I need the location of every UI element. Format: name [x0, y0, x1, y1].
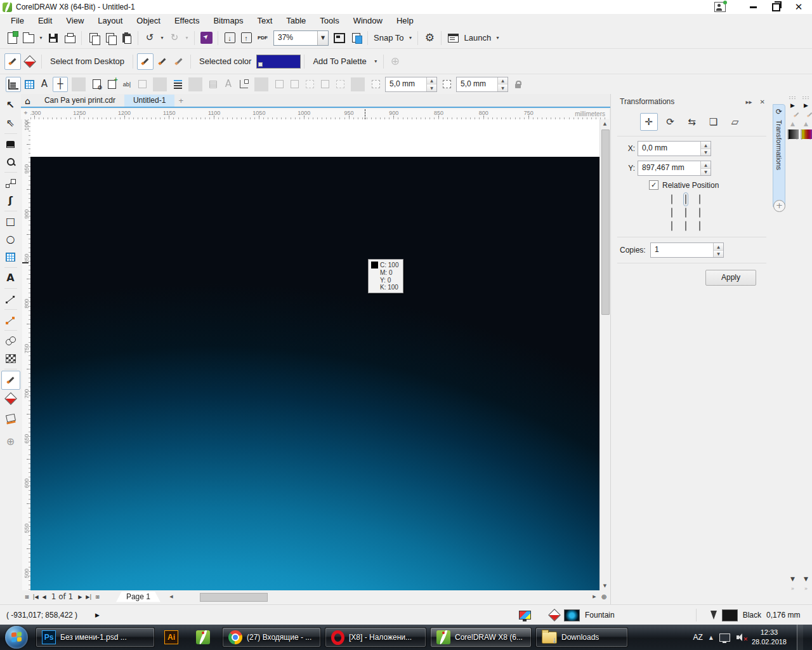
palette-expand-icon[interactable]: » — [791, 583, 795, 593]
clock[interactable]: 12:33 28.02.2018 — [752, 628, 787, 647]
anchor-point[interactable] — [671, 208, 672, 218]
page-settings-icon[interactable] — [89, 77, 103, 91]
copies-field[interactable]: 1 ▲▼ — [650, 242, 724, 258]
graph-paper-tool[interactable] — [2, 248, 20, 266]
freehand-tool[interactable] — [2, 174, 20, 192]
paste-icon[interactable] — [119, 30, 134, 46]
distribute-v-icon[interactable] — [333, 77, 347, 91]
menu-item[interactable]: Tools — [313, 15, 346, 27]
dimension-tool[interactable] — [2, 290, 20, 308]
anchor-point[interactable] — [671, 221, 672, 231]
transparency-tool[interactable] — [2, 350, 20, 368]
view-rulers-icon[interactable] — [6, 77, 21, 92]
offset-h-field[interactable]: 5,0 mm ▲▼ — [385, 77, 437, 92]
anchor-point[interactable] — [671, 194, 672, 204]
align-left-icon[interactable] — [272, 77, 286, 91]
anchor-point[interactable] — [685, 194, 686, 204]
y-spinner[interactable]: ▲▼ — [700, 161, 710, 175]
scroll-up-icon[interactable]: ▲ — [600, 119, 610, 128]
menu-item[interactable]: Table — [279, 15, 313, 27]
vertical-scroll-thumb[interactable] — [601, 129, 610, 315]
rotate-tab[interactable]: ⟳ — [662, 113, 679, 131]
menu-item[interactable]: View — [59, 15, 91, 27]
page-counter[interactable]: 1 of 1 — [49, 592, 75, 601]
launch-caret-icon[interactable]: ▾ — [494, 30, 501, 46]
anchor-point[interactable] — [699, 221, 700, 231]
launch-label[interactable]: Launch — [462, 30, 493, 46]
select-from-desktop-button[interactable]: Select from Desktop — [50, 56, 124, 66]
node-size-icon[interactable] — [237, 77, 251, 91]
align-center-icon[interactable] — [287, 77, 301, 91]
minimize-button[interactable] — [743, 1, 763, 13]
offset-h-spinner[interactable]: ▲▼ — [426, 77, 436, 91]
horizontal-scrollbar[interactable]: ◀ ▶ — [167, 592, 599, 602]
open-folder-icon[interactable] — [21, 30, 36, 46]
fill-swatch[interactable] — [564, 609, 580, 621]
vertical-ruler[interactable]: 1000950900850800750700650600550500 — [22, 119, 31, 590]
blend-tool[interactable] — [2, 332, 20, 350]
interactive-fill-tool[interactable] — [2, 390, 20, 408]
close-button[interactable]: ✕ — [789, 1, 808, 13]
x-position-field[interactable]: 0,0 mm ▲▼ — [638, 141, 711, 156]
horizontal-scroll-thumb[interactable] — [200, 593, 268, 602]
rename-page-icon[interactable]: ab| — [120, 77, 134, 91]
size-tab[interactable]: ❏ — [705, 113, 723, 131]
first-page-icon[interactable]: |◀ — [32, 594, 40, 600]
fill-attributes-icon[interactable] — [22, 54, 37, 69]
text-columns-icon[interactable]: ▤ — [206, 77, 220, 91]
undo-icon[interactable]: ↺ — [142, 30, 157, 46]
restore-button[interactable] — [766, 1, 785, 13]
offset-v-spinner[interactable]: ▲▼ — [497, 77, 508, 91]
taskbar-chrome-button[interactable]: (27) Входящие - ... — [222, 627, 321, 647]
launch-icon[interactable] — [445, 30, 461, 46]
position-tab[interactable]: ✛ — [640, 113, 658, 131]
view-grid-icon[interactable] — [22, 77, 36, 91]
new-document-icon[interactable] — [4, 30, 20, 46]
palette-expand-icon[interactable]: » — [804, 583, 808, 593]
taskbar-illustrator-button[interactable]: Ai — [159, 627, 187, 647]
document-tab[interactable]: Can Pa yeni print.cdr — [36, 95, 124, 107]
add-to-palette-caret-icon[interactable]: ▾ — [372, 54, 379, 69]
align-right-icon[interactable] — [303, 77, 317, 91]
snap-to-label[interactable]: Snap To — [372, 30, 405, 46]
open-caret-icon[interactable]: ▾ — [37, 30, 44, 46]
drawing-canvas[interactable]: C: 100 M: 0 Y: 0 K: 100 — [30, 119, 599, 590]
docker-collapse-icon[interactable]: ▸▸ — [742, 98, 756, 105]
smart-fill-tool[interactable] — [2, 408, 20, 425]
menu-item[interactable]: Text — [250, 15, 279, 27]
rectangle-tool[interactable]: □ — [2, 213, 20, 230]
pick-tool[interactable]: ↖ — [2, 96, 20, 114]
offset-corner-icon[interactable] — [369, 77, 383, 91]
palette-scroll-down-icon[interactable]: ▼ — [804, 574, 808, 583]
undo-caret-icon[interactable]: ▾ — [159, 30, 166, 46]
palette-grip[interactable] — [789, 96, 797, 99]
new-document-tab-button[interactable]: + — [174, 96, 187, 107]
palette-flyout-icon[interactable]: ▶ — [790, 100, 795, 110]
page-tab[interactable]: Page 1 — [116, 592, 160, 602]
scale-mirror-tab[interactable]: ⇆ — [683, 113, 701, 131]
taskbar-coreldraw-button[interactable]: CorelDRAW X8 (6... — [430, 627, 532, 647]
color-profile-icon[interactable] — [519, 611, 531, 620]
pan-zoom-icon[interactable]: ⊕ — [599, 593, 609, 601]
eraser-tool[interactable] — [2, 135, 20, 153]
view-guidelines-icon[interactable]: ┼ — [53, 77, 68, 92]
add-to-palette-button[interactable]: Add To Palette — [313, 56, 366, 66]
apply-button[interactable]: Apply — [705, 270, 756, 286]
cut-icon[interactable] — [86, 30, 101, 46]
offset-v-field[interactable]: 5,0 mm ▲▼ — [456, 77, 508, 92]
y-position-field[interactable]: 897,467 mm ▲▼ — [638, 161, 711, 176]
home-icon[interactable]: ⌂ — [21, 96, 36, 107]
start-button[interactable] — [5, 626, 28, 649]
taskbar-coreldraw-pinned-button[interactable] — [190, 627, 218, 647]
color-eyedropper-tool[interactable] — [1, 371, 20, 390]
sample-5x5-icon[interactable] — [171, 54, 187, 69]
transformations-side-tab[interactable]: ⟳ Transformations — [773, 104, 785, 207]
scroll-left-icon[interactable]: ◀ — [167, 592, 176, 602]
menu-item[interactable]: Help — [390, 15, 421, 27]
import-icon[interactable]: ↓ — [222, 30, 237, 46]
distribute-h-icon[interactable] — [318, 77, 332, 91]
volume-muted-icon[interactable]: ✕ — [737, 633, 745, 641]
scroll-right-icon[interactable]: ▶ — [590, 592, 599, 602]
ruler-origin-icon[interactable]: ⌖ — [21, 109, 30, 119]
last-page-icon[interactable]: ▶| — [84, 594, 93, 600]
